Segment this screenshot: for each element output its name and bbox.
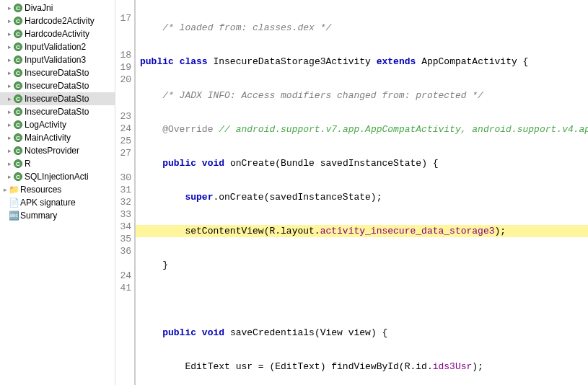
tree-class-item[interactable]: ▸CHardcode2Activity (0, 14, 115, 27)
svg-text:C: C (16, 57, 20, 63)
line-number (115, 306, 131, 319)
tree-label: InputValidation2 (25, 42, 86, 52)
code-line: public class InsecureDataStorage3Activit… (136, 56, 588, 68)
line-number: 30 (115, 172, 131, 184)
code-line: /* loaded from: classes.dex */ (136, 22, 588, 34)
chevron-right-icon: ▸ (6, 30, 13, 37)
class-icon: C (13, 172, 23, 182)
tree-label: R (25, 159, 31, 169)
class-icon: C (13, 42, 23, 52)
tree-class-item[interactable]: ▸CHardcodeActivity (0, 27, 115, 40)
tree-class-item[interactable]: ▸CSQLInjectionActi (0, 170, 115, 183)
chevron-right-icon: ▸ (6, 95, 13, 102)
class-icon: C (13, 68, 23, 78)
chevron-right-icon: ▸ (6, 4, 13, 12)
code-editor[interactable]: 1718192023242527303132333435362441 /* lo… (115, 0, 588, 385)
chevron-right-icon: ▸ (6, 56, 13, 63)
line-number (115, 331, 131, 343)
tree-class-item[interactable]: ▸CInsecureDataSto (0, 105, 115, 118)
svg-text:C: C (16, 5, 20, 12)
tree-label: InsecureDataSto (25, 68, 89, 78)
chevron-right-icon: ▸ (6, 173, 13, 180)
chevron-right-icon: ▸ (6, 121, 13, 128)
tree-class-item[interactable]: ▸CMainActivity (0, 131, 115, 144)
chevron-right-icon: ▸ (6, 69, 13, 76)
tree-label: DivaJni (25, 3, 53, 13)
chevron-right-icon: ▸ (6, 108, 13, 115)
tree-class-item[interactable]: ▸CDivaJni (0, 1, 115, 14)
code-line: @Override // android.support.v7.app.AppC… (136, 123, 588, 136)
class-icon: C (13, 133, 23, 143)
tree-label: MainActivity (25, 133, 71, 143)
svg-text:C: C (16, 135, 20, 141)
code-line-highlighted: setContentView(R.layout.activity_insecur… (136, 225, 588, 237)
tree-label: Hardcode2Activity (25, 16, 95, 26)
svg-text:C: C (16, 122, 20, 128)
code-line: } (136, 259, 588, 271)
code-line (136, 293, 588, 305)
svg-text:C: C (16, 31, 20, 37)
svg-text:C: C (16, 174, 20, 180)
svg-text:C: C (16, 96, 20, 102)
line-number (115, 294, 131, 306)
tree-apk-signature[interactable]: 📄 APK signature (0, 196, 115, 209)
line-number: 24 (115, 270, 131, 282)
tree-class-item[interactable]: ▸CNotesProvider (0, 144, 115, 157)
tree-class-item[interactable]: ▸CInputValidation2 (0, 40, 115, 53)
tree-class-item[interactable]: ▸CInputValidation3 (0, 53, 115, 66)
class-icon: C (13, 3, 23, 13)
line-number (115, 319, 131, 331)
line-number: 25 (115, 135, 131, 147)
tree-class-item[interactable]: ▸CR (0, 157, 115, 170)
code-line: super.onCreate(savedInstanceState); (136, 191, 588, 203)
svg-text:C: C (16, 161, 20, 167)
chevron-right-icon: ▸ (6, 134, 13, 141)
tree-label: InsecureDataSto (25, 94, 89, 104)
line-number: 24 (115, 123, 131, 135)
tree-label: Summary (20, 211, 57, 221)
line-number: 17 (115, 12, 131, 25)
chevron-right-icon: ▸ (1, 186, 9, 193)
class-icon: C (13, 120, 23, 130)
svg-text:C: C (16, 148, 20, 154)
code-line: EditText usr = (EditText) findViewById(R… (136, 360, 588, 373)
tree-class-item[interactable]: ▸CInsecureDataSto (0, 92, 115, 105)
tree-class-item[interactable]: ▸CLogActivity (0, 118, 115, 131)
code-line: public void saveCredentials(View view) { (136, 327, 588, 339)
line-number (115, 257, 131, 270)
chevron-right-icon: ▸ (6, 43, 13, 50)
line-number (115, 25, 131, 37)
tree-label: Resources (20, 185, 61, 195)
chevron-right-icon: ▸ (6, 82, 13, 89)
tree-class-item[interactable]: ▸CInsecureDataSto (0, 66, 115, 79)
line-number: 36 (115, 245, 131, 257)
sidebar: ▸CDivaJni▸CHardcode2Activity▸CHardcodeAc… (0, 0, 115, 385)
folder-icon: 📁 (9, 185, 19, 195)
tree-summary[interactable]: 🔤 Summary (0, 209, 115, 222)
line-number: 19 (115, 61, 131, 74)
line-number: 27 (115, 147, 131, 159)
svg-text:C: C (16, 18, 20, 25)
tree-label: InsecureDataSto (25, 107, 89, 117)
svg-text:C: C (16, 70, 20, 76)
line-number: 31 (115, 184, 131, 196)
class-icon: C (13, 29, 23, 39)
tree-label: InsecureDataSto (25, 81, 89, 91)
class-icon: C (13, 16, 23, 26)
code-area[interactable]: /* loaded from: classes.dex */ public cl… (136, 0, 588, 385)
tree-label: SQLInjectionActi (25, 172, 89, 182)
line-number: 20 (115, 74, 131, 86)
line-number: 34 (115, 221, 131, 233)
chevron-right-icon: ▸ (6, 17, 13, 25)
tree-label: InputValidation3 (25, 55, 86, 65)
line-number: 33 (115, 208, 131, 221)
line-gutter: 1718192023242527303132333435362441 (115, 0, 136, 385)
class-icon: C (13, 81, 23, 91)
tree-label: APK signature (20, 198, 76, 208)
tree-class-item[interactable]: ▸CInsecureDataSto (0, 79, 115, 92)
class-icon: C (13, 146, 23, 156)
line-number: 35 (115, 233, 131, 245)
line-number (115, 0, 131, 12)
code-line: public void onCreate(Bundle savedInstanc… (136, 157, 588, 169)
tree-resources[interactable]: ▸ 📁 Resources (0, 183, 115, 196)
